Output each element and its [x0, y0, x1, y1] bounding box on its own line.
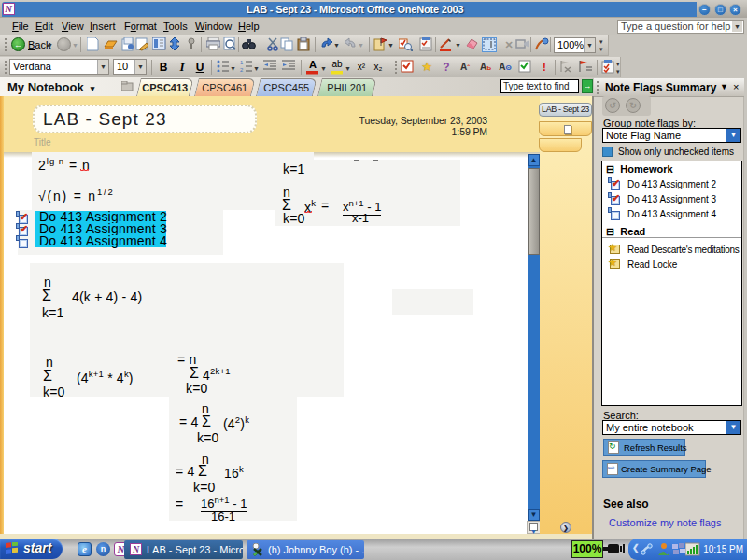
svg-text:2: 2 — [240, 67, 244, 72]
svg-text:1: 1 — [240, 60, 244, 65]
